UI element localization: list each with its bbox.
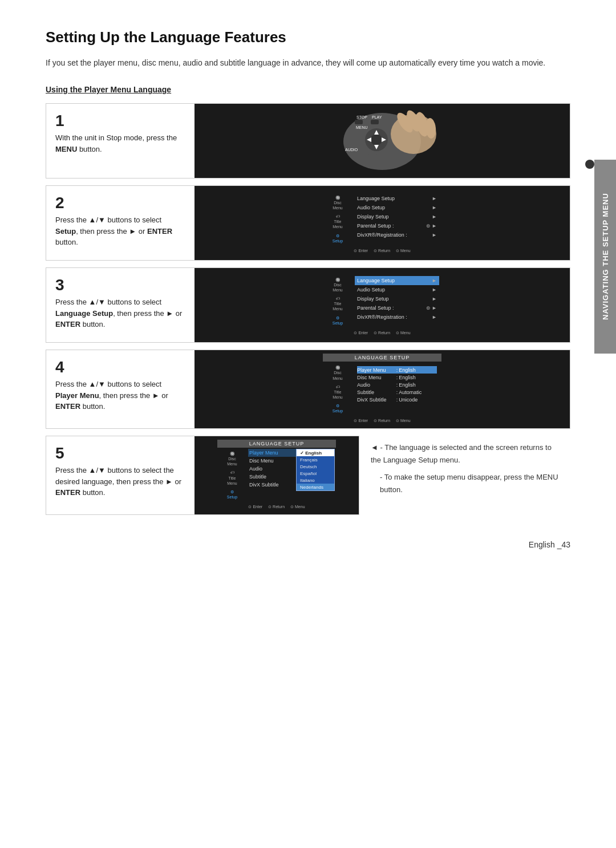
sidebar-disc-menu: 🔘DiscMenu [323,194,352,212]
sidebar-setup-3: ⚙Setup [323,314,352,327]
step-4-left: 4 Press the ▲/▼ buttons to select Player… [46,350,194,421]
menu-parental-setup: Parental Setup :⊛ ► [355,221,439,230]
screen-sidebar: 🔘DiscMenu 🏷TitleMenu ⚙Setup [323,192,352,247]
step-5-text: Press the ▲/▼ buttons to select the desi… [55,465,185,498]
dropdown-francais: Français [297,456,334,463]
screen-footer-2: ⊙ Enter⊙ Return⊙ Menu [323,247,441,255]
svg-rect-18 [352,154,358,157]
step-5-row: 5 Press the ▲/▼ buttons to select the de… [46,436,570,515]
menu-display-setup-3: Display Setup► [355,294,439,303]
screen-footer-3: ⊙ Enter⊙ Return⊙ Menu [323,329,441,337]
step-1: 1 With the unit in Stop mode, press the … [46,103,570,178]
step-5-left: 5 Press the ▲/▼ buttons to select the de… [46,436,194,508]
screen-body-3: 🔘DiscMenu 🏷TitleMenu ⚙Setup Language Set… [323,274,441,329]
lang-subtitle-5: Subtitle [248,473,296,481]
lang-row-divx: DivX Subtitle : Unicode [357,396,437,403]
svg-point-12 [371,134,382,145]
svg-rect-9 [371,120,379,124]
step-2-text: Press the ▲/▼ buttons to select Setup, t… [55,214,185,248]
screen-body-5: 🔘DiscMenu 🏷TitleMenu ⚙Setup Player Menu … [217,448,336,503]
step-3-image: 🔘DiscMenu 🏷TitleMenu ⚙Setup Language Set… [194,268,570,342]
step-2-image: 🔘DiscMenu 🏷TitleMenu ⚙Setup Language Set… [194,186,570,260]
lang-row-subtitle: Subtitle : Automatic [357,388,437,396]
step-5-number: 5 [55,445,185,461]
screen-content-5: Player Menu Disc Menu Audio Subtitle Div… [247,448,336,492]
screen-sidebar-3: 🔘DiscMenu 🏷TitleMenu ⚙Setup [323,274,352,329]
menu-display-setup: Display Setup► [355,212,439,221]
screen-sidebar-5: 🔘DiscMenu 🏷TitleMenu ⚙Setup [217,448,247,503]
svg-rect-21 [376,154,382,157]
dropdown-english: ✓ English [297,449,334,456]
menu-parental-setup-3: Parental Setup :⊛ ► [355,303,439,313]
svg-text:AUDIO: AUDIO [345,148,358,152]
lang-divx-5: DivX Subtitle [248,481,296,489]
lang-row-disc: Disc Menu : English [357,374,437,381]
svg-rect-19 [360,154,366,157]
step-5-screen: LANGUAGE SETUP 🔘DiscMenu 🏷TitleMenu ⚙Set… [214,436,339,514]
sidebar-disc-menu-3: 🔘DiscMenu [323,276,352,294]
svg-rect-8 [355,120,363,124]
lang-list-5: Player Menu Disc Menu Audio Subtitle Div… [248,449,296,491]
lang-player-highlight: Player Menu [248,449,296,457]
step-5-notes: ◄ - The language is selected and the scr… [359,436,570,502]
page-number: English _43 [529,540,570,549]
side-tab-dot [585,160,594,169]
screen-sidebar-4: 🔘DiscMenu 🏷TitleMenu ⚙Setup [323,362,352,417]
step-1-number: 1 [55,113,185,129]
lang-dropdown-5: ✓ English Français Deutsch Español Itali… [296,449,335,491]
step-1-left: 1 With the unit in Stop mode, press the … [46,104,194,164]
step-3-text: Press the ▲/▼ buttons to select Language… [55,297,185,330]
sidebar-title-menu-5: 🏷TitleMenu [217,469,247,486]
screen-footer-5: ⊙ Enter⊙ Return⊙ Menu [217,503,336,511]
menu-language-setup: Language Setup► [355,194,439,203]
sidebar-title-menu-4: 🏷TitleMenu [323,383,352,401]
screen-content-4: Player Menu : English Disc Menu : Englis… [352,362,441,417]
step-2-number: 2 [55,195,185,211]
step-3-left: 3 Press the ▲/▼ buttons to select Langua… [46,268,194,339]
intro-text: If you set the player menu, disc menu, a… [46,56,570,69]
lang-row-player: Player Menu : English [357,366,437,374]
menu-divx-registration: DivXR®/Registration :► [355,230,439,240]
step-2-screen: 🔘DiscMenu 🏷TitleMenu ⚙Setup Language Set… [319,188,445,258]
lang-audio-5: Audio [248,465,296,473]
side-tab: NAVIGATING THE SETUP MENU [594,160,616,354]
step-4: 4 Press the ▲/▼ buttons to select Player… [46,350,570,429]
sidebar-disc-menu-5: 🔘DiscMenu [217,450,247,468]
svg-text:PLAY: PLAY [372,115,382,119]
screen-body-4: 🔘DiscMenu 🏷TitleMenu ⚙Setup Player Menu … [323,362,441,417]
dropdown-nederlands: Nederlands [297,484,334,490]
svg-rect-20 [368,154,374,157]
menu-language-setup-3: Language Setup► [355,276,439,285]
lang-disc-5: Disc Menu [248,457,296,465]
step-1-text: With the unit in Stop mode, press the ME… [55,132,185,155]
step-3-screen: 🔘DiscMenu 🏷TitleMenu ⚙Setup Language Set… [319,270,445,340]
step-4-number: 4 [55,359,185,375]
dropdown-espanol: Español [297,470,334,477]
page-container: NAVIGATING THE SETUP MENU Setting Up the… [0,0,616,572]
screen-body: 🔘DiscMenu 🏷TitleMenu ⚙Setup Language Set… [323,192,441,247]
sidebar-title-menu-3: 🏷TitleMenu [323,295,352,313]
lang-table-4: Player Menu : English Disc Menu : Englis… [355,364,439,405]
svg-text:MENU: MENU [356,125,368,129]
menu-audio-setup: Audio Setup► [355,203,439,212]
note-1: ◄ - The language is selected and the scr… [371,441,559,466]
sidebar-setup-4: ⚙Setup [323,402,352,415]
svg-text:STOP: STOP [356,115,367,119]
sidebar-disc-menu-4: 🔘DiscMenu [323,364,352,382]
lang-row-audio: Audio : English [357,381,437,388]
step-5-image: LANGUAGE SETUP 🔘DiscMenu 🏷TitleMenu ⚙Set… [194,436,359,514]
dropdown-deutsch: Deutsch [297,463,334,470]
remote-svg: STOP PLAY MENU AUDIO [325,108,439,174]
dropdown-italiano: Italiano [297,477,334,484]
step-2: 2 Press the ▲/▼ buttons to select Setup,… [46,185,570,261]
lang-setup-title-4: LANGUAGE SETUP [323,354,441,362]
step-1-image: STOP PLAY MENU AUDIO [194,104,570,178]
menu-audio-setup-3: Audio Setup► [355,285,439,294]
step-2-left: 2 Press the ▲/▼ buttons to select Setup,… [46,186,194,257]
sidebar-title-menu: 🏷TitleMenu [323,213,352,230]
page-title: Setting Up the Language Features [46,29,570,46]
step-4-screen: LANGUAGE SETUP 🔘DiscMenu 🏷TitleMenu ⚙Set… [319,350,445,428]
sidebar-setup-5: ⚙Setup [217,488,247,501]
screen-content: Language Setup► Audio Setup► Display Set… [352,192,441,247]
step-3: 3 Press the ▲/▼ buttons to select Langua… [46,267,570,343]
